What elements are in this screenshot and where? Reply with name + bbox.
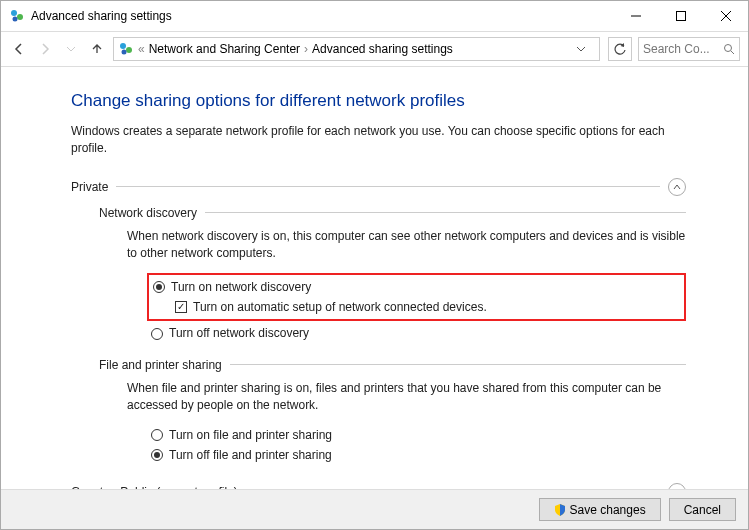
section-header-private[interactable]: Private [71,178,686,196]
svg-point-7 [120,43,126,49]
back-button[interactable] [9,39,29,59]
section-label-private: Private [71,180,108,194]
radio-icon [151,429,163,441]
shield-icon [554,504,566,516]
breadcrumb-item-advanced-sharing[interactable]: Advanced sharing settings [312,42,453,56]
breadcrumb-chevron-icon[interactable]: › [304,42,308,56]
refresh-button[interactable] [608,37,632,61]
nav-toolbar: « Network and Sharing Center › Advanced … [1,31,748,67]
address-icon [118,41,134,57]
checkbox-icon: ✓ [175,301,187,313]
svg-line-11 [731,51,734,54]
close-button[interactable] [703,1,748,31]
radio-fp-off[interactable]: Turn off file and printer sharing [151,445,686,465]
app-icon [9,8,25,24]
checkbox-auto-setup-label: Turn on automatic setup of network conne… [193,297,487,317]
radio-nd-off-label: Turn off network discovery [169,323,309,343]
minimize-button[interactable] [613,1,658,31]
network-discovery-desc: When network discovery is on, this compu… [127,228,686,263]
address-bar[interactable]: « Network and Sharing Center › Advanced … [113,37,600,61]
recent-dropdown-icon[interactable] [61,39,81,59]
svg-point-8 [126,47,132,53]
maximize-button[interactable] [658,1,703,31]
search-input[interactable]: Search Co... [638,37,740,61]
svg-rect-4 [676,12,685,21]
breadcrumb-sep: « [138,42,145,56]
forward-button[interactable] [35,39,55,59]
chevron-up-icon[interactable] [668,178,686,196]
highlight-box: Turn on network discovery ✓ Turn on auto… [147,273,686,322]
radio-icon [151,449,163,461]
file-printer-heading: File and printer sharing [99,358,222,372]
window-title: Advanced sharing settings [31,9,613,23]
file-printer-desc: When file and printer sharing is on, fil… [127,380,686,415]
search-icon [723,43,735,55]
radio-nd-on[interactable]: Turn on network discovery [153,277,680,297]
up-button[interactable] [87,39,107,59]
network-discovery-heading: Network discovery [99,206,197,220]
radio-fp-off-label: Turn off file and printer sharing [169,445,332,465]
svg-point-9 [122,50,127,55]
svg-point-10 [725,45,732,52]
search-placeholder: Search Co... [643,42,719,56]
svg-point-1 [17,14,23,20]
window-controls [613,1,748,31]
radio-icon [151,328,163,340]
address-dropdown-icon[interactable] [577,45,595,53]
page-subtitle: Windows creates a separate network profi… [71,123,686,158]
subsection-file-printer: File and printer sharing [99,358,686,372]
save-changes-button[interactable]: Save changes [539,498,661,521]
radio-fp-on-label: Turn on file and printer sharing [169,425,332,445]
radio-nd-off[interactable]: Turn off network discovery [151,323,686,343]
radio-icon [153,281,165,293]
svg-point-0 [11,10,17,16]
radio-fp-on[interactable]: Turn on file and printer sharing [151,425,686,445]
cancel-button-label: Cancel [684,503,721,517]
checkbox-auto-setup[interactable]: ✓ Turn on automatic setup of network con… [175,297,680,317]
subsection-network-discovery: Network discovery [99,206,686,220]
content-pane: Change sharing options for different net… [1,67,748,491]
cancel-button[interactable]: Cancel [669,498,736,521]
save-button-label: Save changes [570,503,646,517]
page-title: Change sharing options for different net… [71,91,686,111]
radio-nd-on-label: Turn on network discovery [171,277,311,297]
breadcrumb-item-network-sharing-center[interactable]: Network and Sharing Center [149,42,300,56]
svg-point-2 [13,17,18,22]
titlebar: Advanced sharing settings [1,1,748,31]
footer-bar: Save changes Cancel [1,489,748,529]
